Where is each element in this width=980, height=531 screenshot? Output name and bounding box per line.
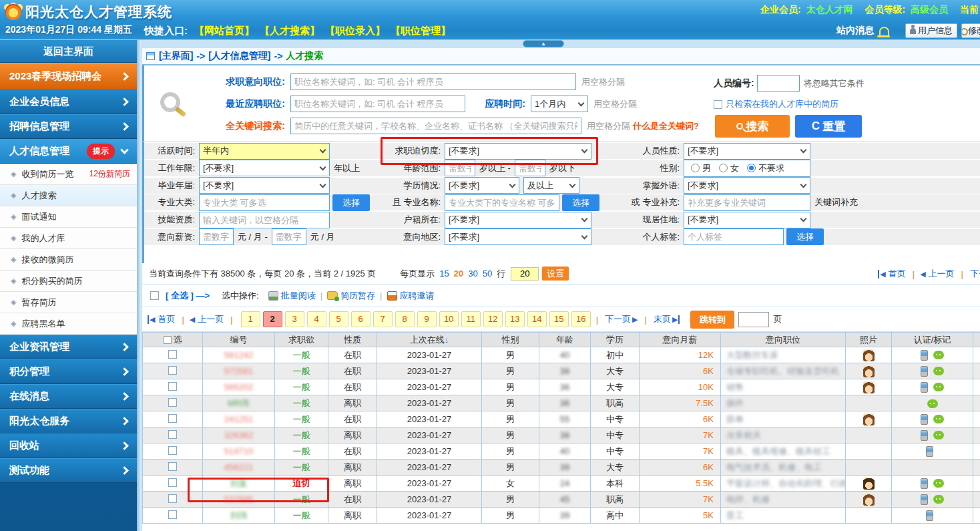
- row-checkbox[interactable]: [168, 462, 177, 471]
- column-header[interactable]: 性别↓: [482, 333, 539, 347]
- person-id-input[interactable]: [757, 75, 800, 92]
- select-tag-button[interactable]: 选择: [786, 228, 824, 245]
- column-header[interactable]: 意向月薪↓: [640, 333, 721, 347]
- sidebar-group[interactable]: 阳光太仓服务: [0, 409, 137, 433]
- age-max-input[interactable]: [515, 160, 545, 176]
- search-button[interactable]: 搜索: [715, 115, 790, 138]
- column-header[interactable]: 意向职位↓: [721, 333, 846, 347]
- quick-link[interactable]: 【网站首页】: [194, 25, 254, 36]
- row-checkbox[interactable]: [168, 430, 177, 439]
- jump-input[interactable]: [738, 312, 769, 327]
- row-checkbox[interactable]: [168, 494, 177, 503]
- page-number[interactable]: 13: [505, 311, 525, 327]
- candidate-id[interactable]: 刘某: [230, 478, 248, 488]
- page-number[interactable]: 15: [549, 311, 569, 327]
- sidebar-group[interactable]: 积分管理: [0, 359, 137, 384]
- library-only-checkbox[interactable]: [714, 100, 722, 109]
- education-level-select[interactable]: 及以上: [523, 177, 579, 194]
- fullkw-help-link[interactable]: 什么是全关键词?: [633, 120, 699, 132]
- prev-page-link[interactable]: 上一页: [929, 268, 955, 280]
- per-page-option[interactable]: 15: [439, 269, 449, 279]
- row-checkbox[interactable]: [168, 414, 177, 423]
- candidate-id[interactable]: 572581: [224, 366, 253, 376]
- education-select[interactable]: [不要求]: [445, 177, 519, 194]
- candidate-id[interactable]: 565202: [224, 382, 253, 392]
- row-checkbox[interactable]: [168, 350, 177, 359]
- page-number[interactable]: 14: [527, 311, 547, 327]
- quick-link[interactable]: 【人才搜索】: [260, 25, 320, 36]
- first-page-link[interactable]: 首页: [158, 313, 175, 325]
- row-checkbox[interactable]: [168, 478, 177, 487]
- major-extra-input[interactable]: [684, 194, 810, 211]
- active-time-select[interactable]: 半年内: [199, 143, 330, 160]
- sidebar-group[interactable]: 企业资讯管理: [0, 335, 137, 359]
- region-select[interactable]: [不要求]: [445, 228, 591, 245]
- fullkw-input[interactable]: [290, 118, 581, 134]
- sidebar-group[interactable]: 企业会员信息: [0, 90, 137, 114]
- gender-radio[interactable]: [747, 164, 756, 172]
- row-checkbox[interactable]: [168, 398, 177, 407]
- resume-save-link[interactable]: 简历暂存: [340, 290, 375, 302]
- sidebar-subitem[interactable]: ◈ 面试通知: [0, 206, 137, 228]
- urgency-select[interactable]: [不要求]: [445, 143, 591, 160]
- breadcrumb-main[interactable]: [主界面]: [159, 50, 193, 62]
- page-number[interactable]: 9: [417, 311, 437, 327]
- column-header[interactable]: ↓: [973, 333, 980, 347]
- row-checkbox[interactable]: [168, 366, 177, 375]
- candidate-id[interactable]: 456221: [224, 462, 253, 472]
- select-major-button[interactable]: 选择: [332, 194, 370, 211]
- grad-year-select[interactable]: [不要求]: [199, 177, 330, 194]
- select-all-checkbox[interactable]: [150, 291, 159, 300]
- row-checkbox[interactable]: [168, 446, 177, 455]
- sidebar-subitem[interactable]: ◈ 暂存简历: [0, 292, 137, 313]
- column-header[interactable]: 性质↓: [328, 333, 377, 347]
- column-header[interactable]: 年龄↓: [539, 333, 591, 347]
- batch-read-link[interactable]: 批量阅读: [281, 290, 316, 302]
- select-all-header-checkbox[interactable]: [164, 336, 172, 344]
- candidate-id[interactable]: 326362: [224, 430, 253, 440]
- major-category-input[interactable]: [199, 194, 330, 211]
- sidebar-subitem[interactable]: ◈ 应聘黑名单: [0, 313, 137, 335]
- sidebar-group[interactable]: 招聘信息管理: [0, 114, 137, 139]
- column-header[interactable]: 上次在线↓: [377, 333, 482, 347]
- user-info-button[interactable]: 用户信息: [905, 23, 957, 38]
- age-min-input[interactable]: [445, 160, 475, 176]
- sidebar-subitem[interactable]: ◈ 收到简历一览 12份新简历: [0, 164, 137, 185]
- page-number[interactable]: 6: [351, 311, 371, 327]
- reset-button[interactable]: C重置: [795, 115, 862, 138]
- page-number[interactable]: 1: [241, 311, 260, 327]
- quick-link[interactable]: 【职位录入】: [325, 25, 385, 36]
- page-number[interactable]: 11: [461, 311, 481, 327]
- page-number[interactable]: 8: [395, 311, 415, 327]
- person-type-select[interactable]: [不要求]: [684, 143, 810, 160]
- invite-link[interactable]: 应聘邀请: [400, 290, 435, 302]
- page-number[interactable]: 4: [307, 311, 326, 327]
- breadcrumb-talent-management[interactable]: [人才信息管理]: [208, 50, 270, 62]
- sidebar-group[interactable]: 回收站: [0, 433, 137, 458]
- column-header[interactable]: 选↓: [143, 333, 203, 347]
- back-to-main-button[interactable]: 返回主界面: [0, 40, 137, 63]
- apply-time-select[interactable]: 1个月内: [531, 96, 588, 112]
- page-number[interactable]: 10: [439, 311, 459, 327]
- tag-input[interactable]: [684, 228, 784, 245]
- collapse-handle[interactable]: ▲: [523, 40, 564, 47]
- major-name-input[interactable]: [445, 194, 559, 211]
- column-header[interactable]: 学历↓: [591, 333, 640, 347]
- sidebar-group[interactable]: 在线消息: [0, 384, 137, 409]
- candidate-id[interactable]: 581242: [224, 350, 253, 360]
- row-checkbox[interactable]: [168, 382, 177, 391]
- per-page-option[interactable]: 20: [454, 269, 463, 279]
- work-years-select[interactable]: [不要求]: [199, 160, 330, 176]
- column-header[interactable]: 照片↓: [846, 333, 892, 347]
- intent-position-input[interactable]: [290, 73, 576, 90]
- sidebar-subitem[interactable]: ◈ 积分购买的简历: [0, 271, 137, 292]
- gender-radio[interactable]: [719, 164, 728, 172]
- sidebar-item-job-fair[interactable]: 2023春季现场招聘会: [0, 63, 137, 90]
- library-only-label[interactable]: 只检索在我的人才库中的简历: [726, 98, 838, 110]
- bell-icon[interactable]: [879, 27, 889, 35]
- per-page-input[interactable]: [511, 267, 539, 281]
- row-checkbox[interactable]: [168, 510, 177, 519]
- per-page-option[interactable]: 50: [483, 269, 492, 279]
- select-all-label[interactable]: [ 全选 ] —>: [166, 290, 210, 302]
- page-number[interactable]: 2: [263, 311, 282, 327]
